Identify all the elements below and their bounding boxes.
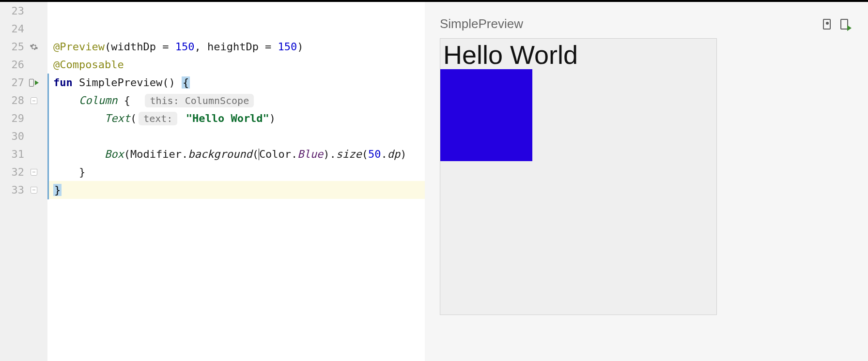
gutter-line[interactable]: 31 xyxy=(0,145,47,163)
fold-handle-icon[interactable] xyxy=(24,169,44,176)
line-number: 25 xyxy=(4,41,24,53)
line-number: 29 xyxy=(4,112,24,124)
run-gutter-icon[interactable] xyxy=(24,79,44,87)
line-number: 32 xyxy=(4,166,24,178)
gutter-line[interactable]: 24 xyxy=(0,20,47,38)
editor-gutter: 23 24 25 26 27 28 29 xyxy=(0,2,47,361)
code-line[interactable]: Text(text: "Hello World") xyxy=(47,109,425,127)
fold-handle-icon[interactable] xyxy=(24,187,44,194)
matched-brace: { xyxy=(182,76,190,89)
code-editor[interactable]: @Preview(widthDp = 150, heightDp = 150) … xyxy=(47,2,425,361)
code-line[interactable] xyxy=(47,127,425,145)
gutter-line[interactable]: 30 xyxy=(0,127,47,145)
gutter-line[interactable]: 32 xyxy=(0,163,47,181)
gutter-line[interactable]: 28 xyxy=(0,91,47,109)
change-marker xyxy=(47,74,49,199)
inlay-hint: text: xyxy=(139,112,177,125)
gutter-line[interactable]: 27 xyxy=(0,74,47,91)
preview-header: SimplePreview xyxy=(440,16,853,31)
preview-blue-box xyxy=(440,69,532,161)
line-number: 26 xyxy=(4,59,24,71)
deploy-preview-icon[interactable] xyxy=(839,18,850,30)
line-number: 24 xyxy=(4,23,24,35)
preview-text-hello: Hello World xyxy=(440,39,716,69)
inlay-hint: this: ColumnScope xyxy=(145,94,254,107)
preview-title: SimplePreview xyxy=(440,16,523,31)
ide-split-view: 23 24 25 26 27 28 29 xyxy=(0,0,868,361)
code-line[interactable]: fun SimplePreview() { xyxy=(47,74,425,91)
code-line[interactable]: } xyxy=(47,163,425,181)
matched-brace: } xyxy=(53,184,62,196)
gear-icon[interactable] xyxy=(24,43,44,51)
line-number: 30 xyxy=(4,130,24,142)
gutter-line[interactable]: 26 xyxy=(0,56,47,74)
code-line[interactable]: Box(Modifier.background(Color.Blue).size… xyxy=(47,145,425,163)
gutter-line[interactable]: 25 xyxy=(0,38,47,56)
compose-preview-pane: SimplePreview Hello World xyxy=(425,2,868,361)
code-line[interactable] xyxy=(47,20,425,38)
preview-actions xyxy=(822,18,850,30)
gutter-line[interactable]: 29 xyxy=(0,109,47,127)
code-line[interactable] xyxy=(47,2,425,20)
line-number: 28 xyxy=(4,94,24,106)
interactive-preview-icon[interactable] xyxy=(822,18,832,30)
gutter-line[interactable]: 33 xyxy=(0,181,47,199)
line-number: 33 xyxy=(4,184,24,196)
gutter-line[interactable]: 23 xyxy=(0,2,47,20)
line-number: 27 xyxy=(4,76,24,89)
line-number: 23 xyxy=(4,5,24,17)
code-line[interactable]: @Composable xyxy=(47,56,425,74)
fold-handle-icon[interactable] xyxy=(24,97,44,104)
code-line-current[interactable]: } xyxy=(47,181,425,199)
line-number: 31 xyxy=(4,148,24,160)
code-line[interactable]: @Preview(widthDp = 150, heightDp = 150) xyxy=(47,38,425,56)
preview-canvas[interactable]: Hello World xyxy=(440,38,717,315)
code-line[interactable]: Column { this: ColumnScope xyxy=(47,91,425,109)
